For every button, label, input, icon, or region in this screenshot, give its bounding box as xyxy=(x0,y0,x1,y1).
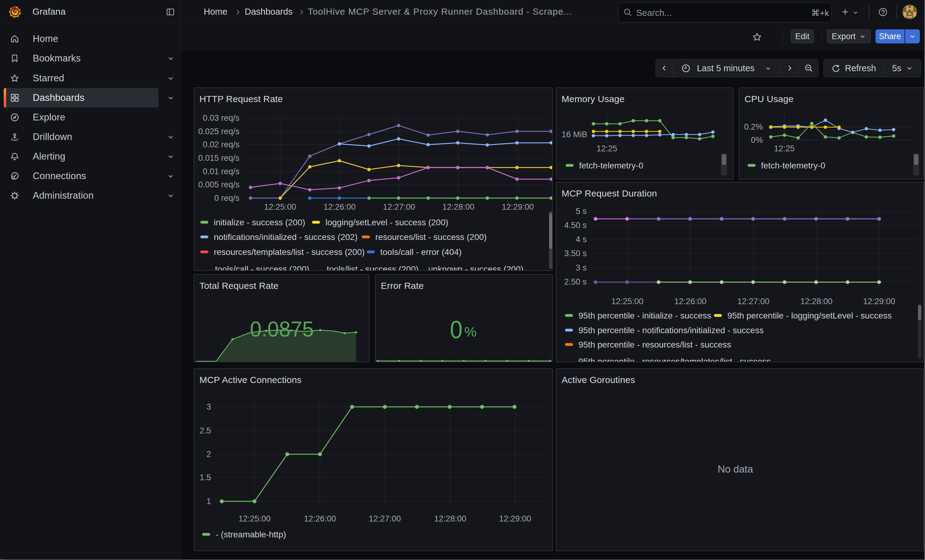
svg-text:2.5: 2.5 xyxy=(199,426,211,435)
svg-text:12:25:00: 12:25:00 xyxy=(238,514,270,523)
svg-text:12:26:00: 12:26:00 xyxy=(674,297,706,306)
svg-text:tools/call - success (200): tools/call - success (200) xyxy=(215,264,309,271)
svg-text:4.50 s: 4.50 s xyxy=(564,221,587,230)
svg-text:0.005 req/s: 0.005 req/s xyxy=(198,180,240,189)
svg-text:12:25:00: 12:25:00 xyxy=(264,203,296,212)
svg-text:3.50 s: 3.50 s xyxy=(564,249,587,258)
svg-text:95th percentile - resources/te: 95th percentile - resources/templates/li… xyxy=(579,357,771,362)
svg-text:12:26:00: 12:26:00 xyxy=(304,514,336,523)
svg-text:tools/call - error (404): tools/call - error (404) xyxy=(380,247,462,257)
svg-text:initialize - success (200): initialize - success (200) xyxy=(214,218,305,227)
svg-text:0.02 req/s: 0.02 req/s xyxy=(203,140,240,149)
svg-text:95th percentile - logging/setL: 95th percentile - logging/setLevel - suc… xyxy=(728,311,892,320)
svg-text:0%: 0% xyxy=(751,135,763,144)
svg-text:0 req/s: 0 req/s xyxy=(214,194,240,203)
svg-text:16 MiB: 16 MiB xyxy=(562,130,587,139)
svg-text:12:28:00: 12:28:00 xyxy=(800,297,832,306)
svg-text:12:25: 12:25 xyxy=(597,144,617,153)
svg-text:resources/templates/list - suc: resources/templates/list - success (200) xyxy=(214,247,365,257)
svg-text:12:25:00: 12:25:00 xyxy=(611,297,643,306)
svg-text:12:26:00: 12:26:00 xyxy=(324,203,356,212)
svg-text:95th percentile - resources/li: 95th percentile - resources/list - succe… xyxy=(579,340,731,349)
svg-text:12:29:00: 12:29:00 xyxy=(502,203,534,212)
svg-text:3: 3 xyxy=(206,402,211,411)
svg-text:logging/setLevel - success (20: logging/setLevel - success (200) xyxy=(325,218,449,227)
svg-text:notifications/initialized - su: notifications/initialized - success (202… xyxy=(214,232,358,242)
svg-text:fetch-telemetry-0: fetch-telemetry-0 xyxy=(579,161,643,170)
svg-text:1: 1 xyxy=(206,497,211,506)
svg-text:tools/list - success (200): tools/list - success (200) xyxy=(327,264,419,271)
svg-text:2: 2 xyxy=(206,450,211,459)
svg-text:resources/list - success (200): resources/list - success (200) xyxy=(375,232,487,242)
svg-text:12:27:00: 12:27:00 xyxy=(737,297,769,306)
svg-text:1.5: 1.5 xyxy=(199,473,211,482)
svg-text:%: % xyxy=(464,324,476,339)
svg-text:95th percentile - initialize -: 95th percentile - initialize - success xyxy=(579,311,711,320)
svg-text:4 s: 4 s xyxy=(575,235,587,244)
svg-text:12:25: 12:25 xyxy=(774,144,795,153)
svg-text:0.01 req/s: 0.01 req/s xyxy=(203,167,240,176)
svg-text:12:29:00: 12:29:00 xyxy=(499,514,531,523)
svg-text:0.0875: 0.0875 xyxy=(250,317,314,341)
svg-text:12:29:00: 12:29:00 xyxy=(863,297,895,306)
svg-text:0.025 req/s: 0.025 req/s xyxy=(198,127,240,136)
svg-text:0.03 req/s: 0.03 req/s xyxy=(203,113,240,123)
svg-text:3 s: 3 s xyxy=(575,263,587,272)
svg-text:12:27:00: 12:27:00 xyxy=(369,514,401,523)
svg-text:12:28:00: 12:28:00 xyxy=(442,203,475,212)
svg-text:fetch-telemetry-0: fetch-telemetry-0 xyxy=(761,161,825,170)
svg-text:12:28:00: 12:28:00 xyxy=(434,514,466,523)
svg-text:0: 0 xyxy=(450,315,462,343)
svg-text:- (streamable-http): - (streamable-http) xyxy=(215,530,286,539)
svg-text:0.015 req/s: 0.015 req/s xyxy=(198,153,240,163)
svg-text:12:27:00: 12:27:00 xyxy=(383,203,415,212)
svg-text:unknown - success (200): unknown - success (200) xyxy=(428,264,523,271)
svg-text:2.50 s: 2.50 s xyxy=(564,277,587,287)
svg-text:95th percentile - notification: 95th percentile - notifications/initiali… xyxy=(579,326,764,335)
svg-text:5 s: 5 s xyxy=(575,207,587,216)
svg-text:0.2%: 0.2% xyxy=(744,122,763,131)
